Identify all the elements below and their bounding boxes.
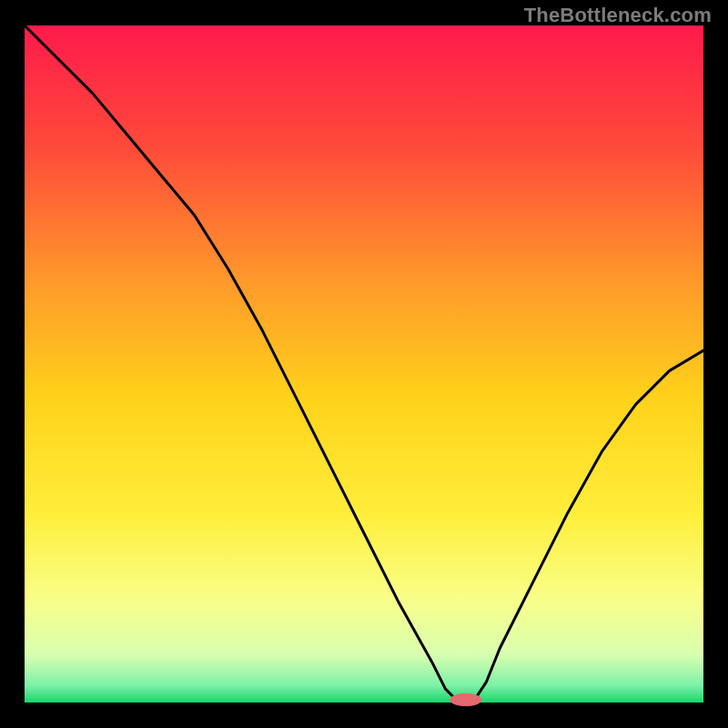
optimum-marker <box>450 693 481 705</box>
plot-area-rect <box>25 25 703 703</box>
bottleneck-chart <box>0 0 728 728</box>
chart-frame: { "watermark": "TheBottleneck.com", "col… <box>0 0 728 728</box>
